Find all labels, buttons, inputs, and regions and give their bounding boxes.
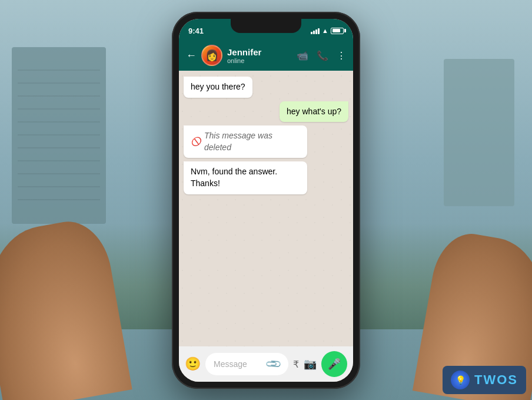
message-text-2: hey what's up? (287, 107, 341, 116)
contact-name: Jennifer (227, 47, 292, 57)
status-icons: ▲ (311, 27, 344, 34)
message-received-4: Nvm, found the answer. Thanks! (184, 161, 307, 194)
signal-bar-2 (313, 31, 315, 34)
camera-button[interactable]: 📷 (304, 358, 317, 371)
more-options-button[interactable]: ⋮ (337, 50, 346, 61)
header-actions: 📹 📞 ⋮ (297, 50, 346, 61)
battery-fill (332, 29, 341, 32)
message-text-4: Nvm, found the answer. Thanks! (191, 167, 277, 188)
wifi-icon: ▲ (322, 27, 328, 34)
message-text-1: hey you there? (191, 82, 245, 91)
avatar-icon: 👩 (205, 49, 218, 62)
phone: 9:41 ▲ ← 👩 (172, 12, 360, 389)
bg-building-left (12, 47, 106, 224)
message-received-1: hey you there? (184, 77, 252, 98)
input-bar: 🙂 Message 📎 ₹ 📷 🎤 (179, 346, 353, 382)
phone-wrapper: 9:41 ▲ ← 👩 (172, 12, 360, 389)
bg-building-right (444, 59, 514, 206)
contact-info: Jennifer online (227, 47, 292, 64)
deleted-icon: 🚫 (191, 136, 201, 148)
signal-bar-4 (318, 28, 320, 34)
payment-button[interactable]: ₹ (293, 359, 299, 370)
mic-icon: 🎤 (328, 358, 341, 371)
signal-bar-3 (315, 29, 317, 34)
message-text-3: This message was deleted (204, 130, 300, 153)
contact-status: online (227, 57, 292, 64)
mic-button[interactable]: 🎤 (321, 351, 347, 377)
battery-icon (331, 28, 344, 34)
twos-badge: 💡 TWOS (443, 366, 526, 394)
signal-bars (311, 27, 320, 34)
message-input-field[interactable]: Message 📎 (205, 353, 288, 375)
video-call-button[interactable]: 📹 (297, 50, 308, 61)
emoji-button[interactable]: 🙂 (185, 356, 201, 372)
phone-screen: 9:41 ▲ ← 👩 (179, 19, 353, 382)
phone-notch (231, 19, 301, 33)
voice-call-button[interactable]: 📞 (317, 50, 328, 61)
avatar: 👩 (201, 45, 222, 66)
chat-area: hey you there? hey what's up? 🚫 This mes… (179, 71, 353, 346)
back-button[interactable]: ← (186, 49, 197, 62)
status-time: 9:41 (188, 27, 204, 35)
message-placeholder: Message (214, 359, 247, 369)
signal-bar-1 (311, 32, 312, 34)
attachment-button[interactable]: 📎 (264, 355, 282, 373)
twos-text: TWOS (474, 372, 518, 388)
message-sent-2: hey what's up? (280, 101, 348, 123)
message-deleted-3: 🚫 This message was deleted (184, 125, 307, 158)
twos-logo: 💡 (451, 371, 470, 389)
chat-header: ← 👩 Jennifer online 📹 📞 ⋮ (179, 40, 353, 71)
